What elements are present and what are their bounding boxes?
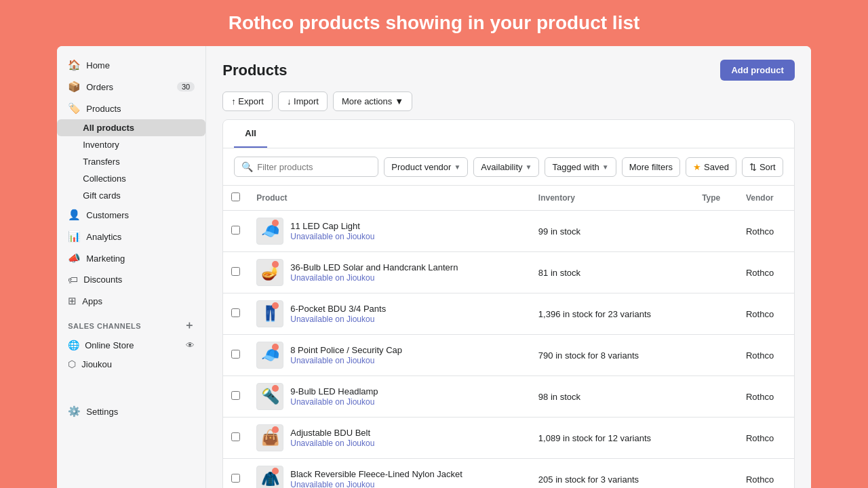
sort-button[interactable]: ⇅ Sort (742, 157, 783, 177)
product-cell-5: 👜 Adjustable BDU Belt Unavailable on Jio… (248, 418, 530, 459)
transfers-label: Transfers (83, 157, 119, 167)
apps-label: Apps (82, 296, 102, 306)
sidebar-item-settings[interactable]: ⚙️ Settings (57, 401, 205, 422)
vendor-cell-3: Rothco (738, 335, 794, 376)
product-cell-3: 🧢 8 Point Police / Security Cap Unavaila… (248, 335, 530, 376)
orders-icon: 📦 (68, 81, 81, 93)
row-checkbox-2[interactable] (231, 308, 240, 317)
product-subtitle-4: Unavailable on Jioukou (290, 397, 378, 407)
product-info-5: Adjustable BDU Belt Unavailable on Jiouk… (290, 428, 374, 448)
product-column-header: Product (248, 186, 530, 211)
product-vendor-filter[interactable]: Product vendor ▼ (384, 157, 468, 177)
vendor-cell-6: Rothco (738, 459, 794, 489)
sidebar-item-apps[interactable]: ⊞ Apps (57, 290, 205, 312)
row-checkbox-1[interactable] (231, 267, 240, 276)
sidebar-item-jioukou[interactable]: ⬡ Jioukou (57, 354, 205, 373)
row-checkbox-cell (223, 335, 248, 376)
discounts-icon: 🏷 (68, 274, 78, 285)
action-bar: ↑ Export ↓ Import More actions ▼ (222, 92, 794, 111)
row-checkbox-cell (223, 376, 248, 418)
orders-badge: 30 (177, 82, 195, 92)
product-name-2[interactable]: 6-Pocket BDU 3/4 Pants (290, 304, 386, 314)
sidebar-item-home[interactable]: 🏠 Home (57, 54, 205, 76)
row-checkbox-0[interactable] (231, 226, 240, 235)
product-info-3: 8 Point Police / Security Cap Unavailabl… (290, 345, 402, 365)
product-cell-2: 👖 6-Pocket BDU 3/4 Pants Unavailable on … (248, 293, 530, 335)
product-name-1[interactable]: 36-Bulb LED Solar and Handcrank Lantern (290, 262, 458, 272)
product-name-3[interactable]: 8 Point Police / Security Cap (290, 345, 402, 355)
product-subtitle-5: Unavailable on Jioukou (290, 439, 374, 448)
sort-icon: ⇅ (749, 162, 757, 172)
inventory-cell-0: 99 in stock (530, 211, 694, 252)
product-cell-0: 🧢 11 LED Cap Light Unavailable on Jiouko… (248, 211, 530, 252)
table-row: 🔦 9-Bulb LED Headlamp Unavailable on Jio… (223, 376, 793, 418)
inventory-cell-2: 1,396 in stock for 23 variants (530, 293, 694, 335)
availability-caret-icon: ▼ (526, 163, 532, 171)
sidebar-item-orders[interactable]: 📦 Orders 30 (57, 76, 205, 98)
tagged-caret-icon: ▼ (602, 163, 609, 171)
tagged-with-filter[interactable]: Tagged with ▼ (545, 157, 616, 177)
inventory-cell-3: 790 in stock for 8 variants (530, 335, 694, 376)
availability-filter[interactable]: Availability ▼ (473, 157, 539, 177)
import-button[interactable]: ↓ Import (278, 92, 328, 111)
search-input[interactable] (257, 162, 371, 172)
marketing-label: Marketing (86, 253, 125, 264)
vendor-caret-icon: ▼ (454, 163, 460, 171)
product-name-0[interactable]: 11 LED Cap Light (290, 221, 374, 231)
vendor-cell-4: Rothco (738, 376, 794, 418)
sidebar-item-collections[interactable]: Collections (57, 170, 205, 187)
sidebar-item-inventory[interactable]: Inventory (57, 136, 205, 153)
products-card: All 🔍 Product vendor ▼ Availability ▼ (222, 119, 794, 488)
select-all-header (223, 186, 248, 211)
sidebar-item-gift-cards[interactable]: Gift cards (57, 187, 205, 204)
row-checkbox-3[interactable] (231, 350, 240, 359)
eye-icon[interactable]: 👁 (186, 340, 195, 350)
product-name-5[interactable]: Adjustable BDU Belt (290, 428, 374, 438)
inventory-column-header: Inventory (530, 186, 694, 211)
add-channel-icon[interactable]: ＋ (184, 319, 195, 333)
sidebar-item-products[interactable]: 🏷️ Products (57, 98, 205, 119)
row-checkbox-5[interactable] (231, 432, 240, 441)
sidebar-item-orders-label: Orders (86, 82, 113, 92)
sort-label: Sort (760, 162, 776, 172)
product-subtitle-6: Unavailable on Jioukou (290, 480, 462, 488)
row-checkbox-4[interactable] (231, 391, 240, 400)
sidebar-item-marketing[interactable]: 📣 Marketing (57, 247, 205, 269)
sidebar-item-online-store[interactable]: 🌐 Online Store 👁 (57, 336, 205, 354)
product-cell-6: 🧥 Black Reversible Fleece-Lined Nylon Ja… (248, 459, 530, 489)
product-info-4: 9-Bulb LED Headlamp Unavailable on Jiouk… (290, 386, 378, 407)
row-checkbox-cell (223, 211, 248, 252)
product-name-4[interactable]: 9-Bulb LED Headlamp (290, 386, 378, 396)
sidebar-item-all-products[interactable]: All products (57, 119, 205, 136)
product-image-1: 🪔 (256, 259, 283, 286)
more-actions-button[interactable]: More actions ▼ (333, 92, 412, 111)
sidebar-item-customers[interactable]: 👤 Customers (57, 204, 205, 226)
export-button[interactable]: ↑ Export (222, 92, 273, 111)
tabs-bar: All (223, 120, 793, 148)
banner: Rothco products showing in your product … (0, 0, 868, 46)
add-product-button[interactable]: Add product (720, 60, 794, 81)
product-subtitle-0: Unavailable on Jioukou (290, 232, 374, 241)
tab-all[interactable]: All (234, 120, 267, 148)
product-cell-1: 🪔 36-Bulb LED Solar and Handcrank Lanter… (248, 252, 530, 293)
product-subtitle-3: Unavailable on Jioukou (290, 356, 402, 365)
sidebar-item-home-label: Home (86, 60, 110, 70)
table-row: 👖 6-Pocket BDU 3/4 Pants Unavailable on … (223, 293, 793, 335)
page-title: Products (222, 62, 287, 79)
type-column-header: Type (694, 186, 738, 211)
row-checkbox-6[interactable] (231, 474, 240, 483)
saved-label: Saved (704, 162, 729, 172)
saved-button[interactable]: ★ Saved (686, 157, 736, 177)
sidebar: 🏠 Home 📦 Orders 30 🏷️ Products All produ… (57, 46, 206, 488)
sidebar-item-transfers[interactable]: Transfers (57, 153, 205, 170)
more-filters-button[interactable]: More filters (622, 157, 680, 177)
row-checkbox-cell (223, 418, 248, 459)
sidebar-item-discounts[interactable]: 🏷 Discounts (57, 269, 205, 290)
main-content: Products Add product ↑ Export ↓ Import M… (206, 46, 810, 488)
select-all-checkbox[interactable] (231, 192, 240, 201)
product-name-6[interactable]: Black Reversible Fleece-Lined Nylon Jack… (290, 469, 462, 479)
banner-text: Rothco products showing in your product … (229, 12, 640, 33)
vendor-cell-0: Rothco (738, 211, 794, 252)
online-store-icon: 🌐 (68, 340, 79, 350)
sidebar-item-analytics[interactable]: 📊 Analytics (57, 226, 205, 247)
